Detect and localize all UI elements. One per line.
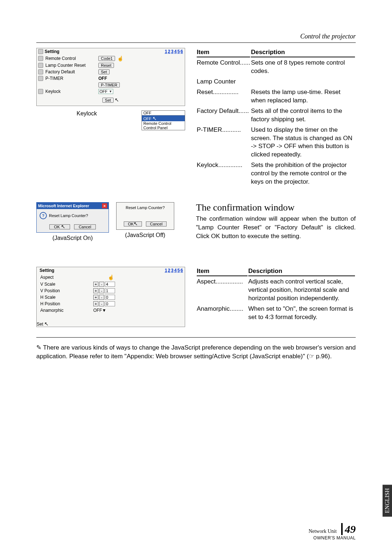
divider: [36, 337, 356, 338]
keylock-label: Keylock: [45, 89, 96, 94]
settings-screenshot-2: Setting 123456 Aspect☝ V Scale +- V Posi…: [36, 267, 185, 327]
cursor-arrow-icon: ↖: [152, 115, 157, 121]
cursor-arrow-icon: ↖: [134, 221, 138, 227]
dialog-title: Microsoft Internet Explorer: [38, 204, 89, 208]
caption-js-on: (JavaScript On): [52, 235, 93, 241]
table-head-item: Item: [197, 268, 248, 276]
vscale-label: V Scale: [40, 282, 91, 287]
lamp-icon: [38, 63, 43, 68]
settings-description-table-2: Item Description Aspect................A…: [196, 267, 356, 323]
divider: [36, 42, 356, 43]
cursor-arrow-icon: ↖: [61, 224, 65, 229]
remote-control-label: Remote Control: [45, 56, 96, 61]
table-row: Lamp Counter: [197, 77, 355, 87]
panel-title: Setting: [45, 49, 60, 54]
table-row: Factory Default......Sets all of the con…: [197, 106, 355, 125]
hscale-label: H Scale: [40, 295, 91, 300]
keylock-sub-label: Keylock: [77, 110, 97, 117]
pencil-icon: ✎: [36, 343, 41, 352]
set-button[interactable]: Set: [102, 98, 114, 103]
language-tab: ENGLISH: [383, 485, 392, 517]
vposition-input[interactable]: [105, 288, 115, 293]
keylock-option-off[interactable]: OFF ↖: [142, 115, 185, 121]
plus-button[interactable]: +: [93, 295, 98, 300]
cancel-button[interactable]: Cancel: [146, 221, 166, 227]
keylock-option-remote[interactable]: Remote Control: [142, 121, 185, 126]
remote-icon: [38, 56, 43, 61]
confirm-dialog-js: Microsoft Internet Explorer× ? Reset Lam…: [36, 202, 109, 233]
factory-default-label: Factory Default: [45, 69, 96, 74]
set-button[interactable]: Set: [37, 322, 43, 327]
hposition-input[interactable]: [105, 301, 115, 306]
anamorphic-select[interactable]: OFF▼: [93, 308, 106, 313]
chevron-down-icon: ▼: [109, 90, 112, 93]
page-section-header: Control the projector: [36, 33, 356, 40]
anamorphic-label: Anamorphic: [40, 308, 91, 313]
ptimer-status: OFF: [98, 76, 107, 81]
factory-set-button[interactable]: Set: [98, 69, 110, 74]
table-row: Remote Control......Sets one of 8 types …: [197, 58, 355, 76]
question-icon: ?: [40, 212, 47, 219]
keylock-option-panel[interactable]: Control Panel: [142, 126, 185, 130]
settings-screenshot-1: Setting 123456 Remote Control Code1 ☝ La…: [36, 48, 185, 106]
ok-button[interactable]: OK↖: [124, 221, 142, 227]
settings-description-table-1: Item Description Remote Control......Set…: [196, 48, 356, 188]
dialog-message: Reset Lamp Counter?: [119, 205, 171, 210]
keylock-select[interactable]: OFF▼: [98, 89, 113, 94]
minus-button[interactable]: -: [99, 301, 104, 306]
panel-title: Setting: [40, 268, 54, 273]
table-row: Keylock..............Sets the prohibitio…: [197, 160, 355, 187]
plus-button[interactable]: +: [93, 301, 98, 306]
dialog-message: Reset Lamp Counter?: [49, 213, 88, 218]
timer-icon: [38, 76, 43, 81]
table-row: P-TIMER...........Used to display the ti…: [197, 125, 355, 160]
table-head-item: Item: [197, 49, 250, 57]
caption-js-off: (JavaScript Off): [125, 232, 166, 238]
keylock-dropdown-open[interactable]: OFF OFF ↖ Remote Control Control Panel: [142, 110, 185, 130]
table-head-desc: Description: [251, 49, 355, 57]
chevron-down-icon: ▼: [102, 308, 106, 313]
vposition-label: V Position: [40, 288, 91, 293]
lamp-reset-button[interactable]: Reset: [98, 63, 114, 68]
ptimer-label: P-TIMER: [45, 76, 96, 81]
remote-control-code-button[interactable]: Code1: [98, 56, 115, 61]
minus-button[interactable]: -: [99, 282, 104, 287]
aspect-label: Aspect: [40, 275, 91, 280]
confirmation-window-body: The confirmation window will appear when…: [196, 215, 356, 240]
ok-button[interactable]: OK ↖: [49, 224, 70, 229]
close-icon[interactable]: ×: [102, 203, 107, 208]
ptimer-button[interactable]: P-TIMER: [98, 82, 120, 87]
keylock-icon: [38, 89, 43, 94]
gear-icon: [38, 49, 43, 54]
page-footer: Network Unit 49 OWNER'S MANUAL: [309, 523, 356, 540]
lamp-counter-reset-label: Lamp Counter Reset: [45, 63, 96, 68]
factory-icon: [38, 69, 43, 74]
hscale-input[interactable]: [105, 295, 115, 300]
plus-button[interactable]: +: [93, 288, 98, 293]
table-row: Reset...............Resets the lamp use-…: [197, 87, 355, 106]
minus-button[interactable]: -: [99, 295, 104, 300]
table-row: Aspect................Adjusts each contr…: [197, 277, 355, 303]
cursor-arrow-icon: ↖: [115, 97, 119, 103]
hposition-label: H Position: [40, 301, 91, 306]
confirmation-window-title: The confirmation window: [196, 202, 356, 213]
confirm-dialog-nojs: Reset Lamp Counter? OK↖ Cancel: [116, 202, 174, 230]
cursor-arrow-icon: ↖: [44, 321, 49, 327]
minus-button[interactable]: -: [99, 288, 104, 293]
table-head-desc: Description: [248, 268, 355, 276]
table-row: Anamorphic........When set to "On", the …: [197, 304, 355, 322]
page-links[interactable]: 123456: [164, 268, 183, 273]
cursor-hand-icon: ☝: [117, 56, 123, 61]
plus-button[interactable]: +: [93, 282, 98, 287]
vscale-input[interactable]: [105, 282, 115, 287]
keylock-option-selected[interactable]: OFF: [142, 111, 185, 115]
page-links[interactable]: 123456: [164, 49, 183, 54]
cursor-hand-icon: ☝: [108, 274, 114, 280]
footnote: ✎ There are various kinds of ways to cha…: [36, 343, 356, 361]
cancel-button[interactable]: Cancel: [74, 224, 96, 229]
